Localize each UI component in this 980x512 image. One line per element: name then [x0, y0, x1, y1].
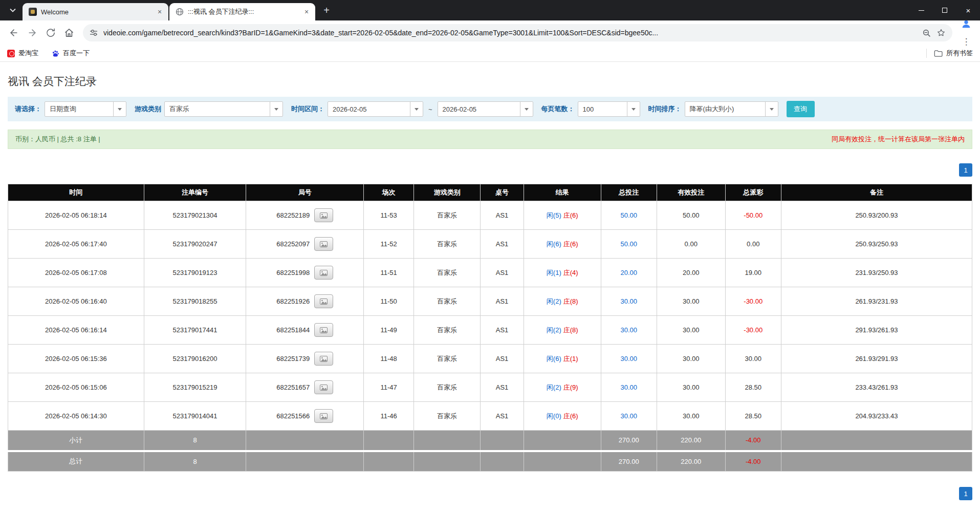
cell-bet-number: 523179018255 — [144, 287, 246, 316]
browser-toolbar: videoie.com/game/betrecord_search/kind3?… — [0, 20, 980, 45]
total-count: 8 — [144, 451, 246, 472]
total-bet-link[interactable]: 30.00 — [620, 355, 637, 362]
cell-valid-bet: 30.00 — [657, 287, 725, 316]
video-replay-button[interactable] — [314, 266, 333, 280]
cell-table: AS1 — [481, 345, 524, 373]
cell-valid-bet: 30.00 — [657, 316, 725, 345]
zoom-icon[interactable] — [922, 29, 931, 37]
folder-icon — [934, 50, 943, 57]
three-dots-icon: ⋮ — [962, 36, 971, 47]
total-bet-link[interactable]: 30.00 — [620, 297, 637, 305]
total-bet-link[interactable]: 50.00 — [620, 240, 637, 248]
col-payout: 总派彩 — [725, 184, 781, 201]
date-end-select[interactable]: 2026-02-05 — [438, 101, 533, 117]
tab-close-icon[interactable]: × — [155, 7, 164, 16]
cell-total-bet: 30.00 — [601, 402, 657, 431]
tab-close-icon[interactable]: × — [302, 7, 311, 16]
taobao-icon — [7, 50, 15, 57]
col-session: 场次 — [364, 184, 414, 201]
bookmark-star-icon[interactable] — [937, 28, 946, 37]
url-text[interactable]: videoie.com/game/betrecord_search/kind3?… — [103, 29, 917, 37]
sort-select[interactable]: 降幂(由大到小) — [685, 101, 778, 117]
home-button[interactable] — [60, 24, 78, 41]
maximize-button[interactable] — [933, 0, 956, 20]
video-replay-button[interactable] — [314, 409, 333, 423]
empty-cell — [481, 431, 524, 451]
cell-note: 204.93/233.43 — [781, 402, 972, 431]
site-info-icon[interactable] — [90, 29, 98, 37]
total-bet-link[interactable]: 30.00 — [620, 412, 637, 420]
dropdown-arrow-icon — [765, 102, 778, 116]
cell-round: 682252189 — [246, 201, 364, 230]
player-result: 闲(2) — [547, 383, 561, 391]
bookmark-aitaobao[interactable]: 爱淘宝 — [7, 49, 38, 58]
tab-welcome[interactable]: Welcome × — [23, 3, 168, 20]
video-replay-button[interactable] — [314, 380, 333, 394]
cell-game-type: 百家乐 — [414, 345, 481, 373]
video-replay-button[interactable] — [314, 237, 333, 251]
per-page-select[interactable]: 100 — [578, 101, 640, 117]
banker-result: 庄(4) — [563, 269, 578, 276]
profile-button[interactable] — [957, 15, 975, 33]
total-bet-link[interactable]: 30.00 — [620, 326, 637, 334]
round-number: 682251739 — [276, 355, 310, 362]
cell-note: 261.93/291.93 — [781, 345, 972, 373]
bookmark-baidu[interactable]: 百度一下 — [52, 49, 90, 58]
tab-search-button[interactable] — [5, 3, 20, 18]
cell-result: 闲(2)庄(8) — [524, 287, 601, 316]
refresh-button[interactable] — [42, 24, 59, 41]
pagination-bottom: 1 — [8, 487, 972, 500]
cell-time: 2026-02-05 06:17:08 — [8, 259, 144, 287]
bet-record-row: 2026-02-05 06:16:40 523179018255 6822519… — [8, 287, 972, 316]
pagination-top: 1 — [8, 163, 972, 177]
video-replay-button[interactable] — [314, 208, 333, 222]
player-result: 闲(5) — [547, 211, 561, 219]
cell-round: 682251998 — [246, 259, 364, 287]
tab-betrecord[interactable]: :::视讯 会员下注纪录::: × — [169, 3, 315, 20]
player-result: 闲(6) — [547, 355, 561, 362]
total-bet-link[interactable]: 50.00 — [620, 211, 637, 219]
empty-cell — [481, 451, 524, 472]
empty-cell — [524, 431, 601, 451]
back-button[interactable] — [5, 24, 23, 41]
page-1-button[interactable]: 1 — [959, 163, 972, 177]
minimize-button[interactable] — [909, 0, 933, 20]
cell-time: 2026-02-05 06:16:40 — [8, 287, 144, 316]
forward-button[interactable] — [24, 24, 41, 41]
browser-titlebar: Welcome × :::视讯 会员下注纪录::: × + × — [0, 0, 980, 20]
toolbar-right: ⋮ — [957, 15, 975, 50]
dropdown-arrow-icon — [113, 102, 126, 116]
video-replay-button[interactable] — [314, 323, 333, 337]
search-button[interactable]: 查询 — [787, 101, 815, 117]
cell-table: AS1 — [481, 373, 524, 402]
date-start-select[interactable]: 2026-02-05 — [328, 101, 423, 117]
page-1-button[interactable]: 1 — [959, 487, 972, 500]
cell-game-type: 百家乐 — [414, 402, 481, 431]
welcome-favicon-icon — [29, 8, 37, 16]
video-replay-button[interactable] — [314, 294, 333, 308]
filter-bar: 请选择： 日期查询 游戏类别 百家乐 时间区间： 2026-02-05 ~ 20… — [8, 97, 972, 121]
player-result: 闲(6) — [547, 240, 561, 248]
query-type-select[interactable]: 日期查询 — [45, 101, 126, 117]
video-replay-button[interactable] — [314, 352, 333, 366]
address-bar[interactable]: videoie.com/game/betrecord_search/kind3?… — [83, 24, 952, 41]
cell-payout: 0.00 — [725, 230, 781, 259]
cell-note: 233.43/261.93 — [781, 373, 972, 402]
cell-game-type: 百家乐 — [414, 287, 481, 316]
cell-table: AS1 — [481, 402, 524, 431]
total-bet-link[interactable]: 30.00 — [620, 383, 637, 391]
video-icon — [320, 212, 328, 219]
new-tab-button[interactable]: + — [319, 3, 334, 17]
cell-session: 11-47 — [364, 373, 414, 402]
game-type-select[interactable]: 百家乐 — [164, 101, 283, 117]
table-header-row: 时间 注单编号 局号 场次 游戏类别 桌号 结果 总投注 有效投注 总派彩 备注 — [8, 184, 972, 201]
page-content: 视讯 会员下注纪录 请选择： 日期查询 游戏类别 百家乐 时间区间： 2026-… — [0, 74, 980, 500]
menu-button[interactable]: ⋮ — [957, 33, 975, 50]
bookmark-label: 百度一下 — [63, 49, 90, 58]
total-bet-link[interactable]: 20.00 — [620, 269, 637, 276]
dropdown-arrow-icon — [410, 102, 423, 116]
all-bookmarks-button[interactable]: 所有书签 — [934, 49, 973, 58]
cell-total-bet: 30.00 — [601, 373, 657, 402]
cell-round: 682251657 — [246, 373, 364, 402]
player-result: 闲(2) — [547, 326, 561, 334]
